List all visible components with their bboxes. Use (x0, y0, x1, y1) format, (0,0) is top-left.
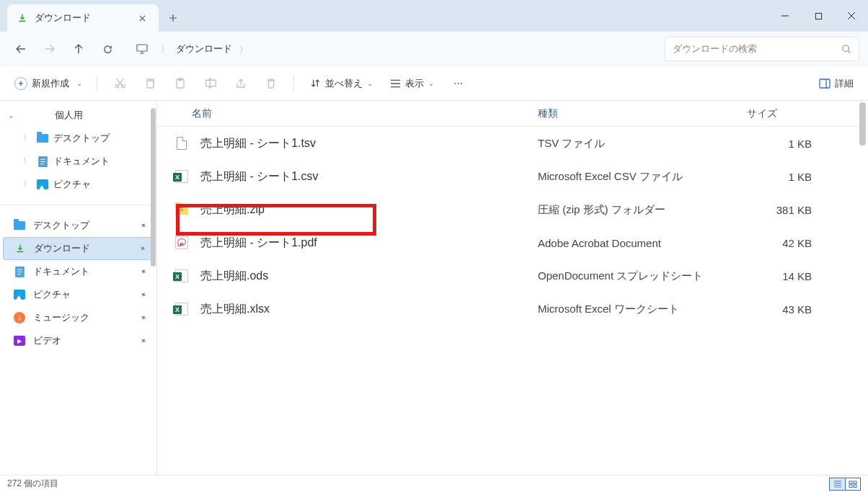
view-icon (390, 79, 401, 89)
music-icon: ♪ (13, 311, 26, 324)
minimize-button[interactable] (769, 0, 802, 32)
search-input[interactable]: ダウンロードの検索 (665, 37, 859, 61)
pin-icon: ✦ (137, 243, 147, 254)
file-row[interactable]: 売上明細 - シート1.pdf Adobe Acrobat Document 4… (157, 226, 868, 259)
zip-icon (173, 201, 190, 218)
excel-icon (173, 300, 190, 318)
picture-icon (36, 178, 49, 191)
new-tab-button[interactable] (159, 4, 187, 32)
details-icon (819, 79, 831, 89)
statusbar: 272 個の項目 (0, 475, 868, 492)
quick-downloads[interactable]: ダウンロード ✦ (3, 237, 154, 260)
chevron-right-icon: 〉 (232, 44, 254, 55)
more-button[interactable]: ⋯ (444, 71, 471, 96)
quick-videos[interactable]: ▶ ビデオ ✦ (0, 329, 156, 352)
refresh-button[interactable] (95, 37, 120, 61)
tree-item-label: ピクチャ (53, 178, 91, 191)
pin-icon: ✦ (138, 335, 148, 346)
breadcrumb-current[interactable]: ダウンロード (176, 43, 232, 55)
tree-item-pictures[interactable]: 〉 ピクチャ (0, 173, 156, 196)
file-size: 42 KB (747, 237, 826, 249)
file-type: 圧縮 (zip 形式) フォルダー (538, 203, 747, 217)
quick-music[interactable]: ♪ ミュージック ✦ (0, 306, 156, 329)
file-type: Adobe Acrobat Document (538, 237, 747, 249)
sort-icon (310, 78, 321, 89)
file-row[interactable]: 売上明細.ods OpenDocument スプレッドシート 14 KB (157, 259, 868, 292)
video-icon: ▶ (13, 334, 26, 347)
delete-button[interactable] (257, 71, 285, 96)
share-button[interactable] (227, 71, 254, 96)
view-toggle (829, 478, 861, 491)
tree-item-desktop[interactable]: 〉 デスクトップ (0, 127, 156, 150)
view-button[interactable]: 表示 ⌄ (383, 71, 441, 96)
file-row[interactable]: 売上明細 - シート1.tsv TSV ファイル 1 KB (157, 127, 868, 160)
download-icon (14, 242, 27, 255)
maximize-button[interactable] (802, 0, 835, 32)
file-type: Microsoft Excel CSV ファイル (538, 170, 747, 184)
close-button[interactable] (835, 0, 868, 32)
chevron-down-icon: ⌄ (6, 112, 16, 120)
file-name: 売上明細 - シート1.csv (200, 169, 538, 184)
tree-root-personal[interactable]: ⌄ 個人用 (0, 104, 156, 127)
svg-rect-1 (137, 45, 147, 51)
folder-icon (13, 219, 26, 232)
file-name: 売上明細.xlsx (200, 302, 538, 317)
column-size[interactable]: サイズ (747, 107, 868, 120)
chevron-right-icon: 〉 (154, 44, 176, 55)
column-type[interactable]: 種類 (538, 107, 747, 120)
pin-icon: ✦ (138, 220, 148, 231)
sidebar-scrollbar[interactable] (149, 101, 156, 475)
svg-rect-5 (147, 81, 154, 88)
svg-rect-14 (849, 485, 852, 488)
quick-label: デスクトップ (33, 219, 89, 232)
file-row[interactable]: 売上明細.zip 圧縮 (zip 形式) フォルダー 381 KB (157, 193, 868, 226)
quick-pictures[interactable]: ピクチャ ✦ (0, 283, 156, 306)
download-icon (17, 13, 27, 23)
details-panel-button[interactable]: 詳細 (813, 71, 859, 96)
paste-button[interactable] (167, 71, 194, 96)
file-name: 売上明細 - シート1.tsv (200, 136, 538, 151)
sort-button[interactable]: 並べ替え ⌄ (303, 71, 380, 96)
quick-desktop[interactable]: デスクトップ ✦ (0, 214, 156, 237)
file-list: 名前 種類 サイズ 売上明細 - シート1.tsv TSV ファイル 1 KB … (157, 101, 868, 475)
svg-rect-12 (849, 481, 852, 484)
excel-icon (173, 267, 190, 285)
file-size: 14 KB (747, 270, 826, 282)
svg-rect-13 (854, 481, 856, 484)
pin-icon: ✦ (138, 312, 148, 323)
up-button[interactable] (66, 37, 91, 61)
new-label: 新規作成 (32, 77, 69, 90)
tab-close-button[interactable] (133, 9, 151, 27)
chevron-down-icon: ⌄ (76, 79, 82, 87)
copy-button[interactable] (136, 71, 164, 96)
tab-downloads[interactable]: ダウンロード (7, 4, 159, 32)
new-button[interactable]: + 新規作成 ⌄ (9, 71, 88, 96)
quick-access-section: デスクトップ ✦ ダウンロード ✦ ドキュメント ✦ ピクチャ ✦ ♪ ミュージ… (0, 211, 156, 355)
plus-icon: + (14, 77, 27, 90)
quick-label: ミュージック (33, 311, 89, 324)
filelist-scrollbar[interactable] (859, 102, 866, 146)
view-thumbnails-button[interactable] (845, 478, 861, 491)
excel-icon (173, 168, 190, 185)
back-button[interactable] (9, 37, 33, 61)
tree-item-documents[interactable]: 〉 ドキュメント (0, 150, 156, 173)
file-type: TSV ファイル (538, 137, 747, 151)
quick-documents[interactable]: ドキュメント ✦ (0, 260, 156, 283)
forward-button[interactable] (37, 37, 62, 61)
svg-rect-15 (854, 485, 856, 488)
folder-icon (36, 132, 49, 145)
rename-button[interactable] (197, 71, 224, 96)
column-name[interactable]: 名前 (192, 107, 538, 120)
file-row[interactable]: 売上明細.xlsx Microsoft Excel ワークシート 43 KB (157, 292, 868, 326)
item-count: 272 個の項目 (7, 478, 58, 490)
breadcrumb[interactable]: 〉 ダウンロード 〉 (130, 37, 655, 61)
cut-button[interactable] (106, 71, 133, 96)
quick-label: ダウンロード (34, 242, 90, 255)
view-details-button[interactable] (829, 478, 845, 491)
file-row[interactable]: 売上明細 - シート1.csv Microsoft Excel CSV ファイル… (157, 160, 868, 193)
details-label: 詳細 (835, 77, 854, 90)
document-icon (13, 265, 26, 278)
tree-item-label: デスクトップ (53, 132, 110, 145)
search-icon (841, 44, 851, 54)
sort-label: 並べ替え (325, 77, 363, 90)
